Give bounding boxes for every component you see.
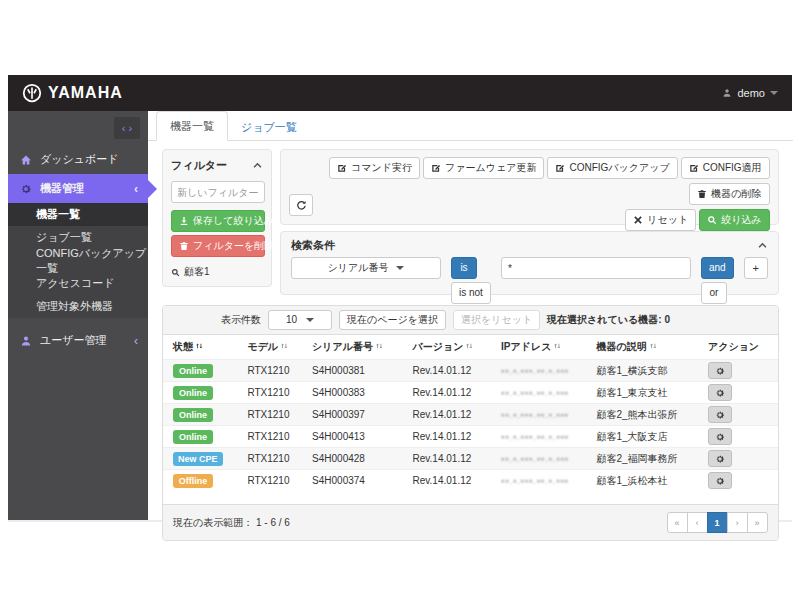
pagination-first-button[interactable]: « (667, 512, 688, 533)
sidebar-item-unmanaged-devices[interactable]: 管理対象外機器 (8, 295, 148, 318)
delete-filter-button[interactable]: フィルターを削除 (171, 235, 265, 257)
collapse-chevron-up-icon[interactable] (757, 240, 768, 251)
table-row[interactable]: Offline RTX1210 S4H000374 Rev.14.01.12 ▪… (163, 470, 778, 492)
sidebar-item-device-list[interactable]: 機器一覧 (8, 203, 148, 226)
model-cell: RTX1210 (241, 426, 306, 448)
submenu-label: 管理対象外機器 (36, 299, 113, 314)
status-badge: New CPE (173, 452, 223, 466)
column-header-description[interactable]: 機器の説明 (590, 335, 701, 360)
pagination-prev-button[interactable]: ‹ (687, 512, 708, 533)
saved-filter-label: 顧客1 (184, 265, 210, 279)
sort-icon (649, 341, 658, 353)
save-and-filter-button[interactable]: 保存して絞り込み (171, 210, 265, 232)
table-footer: 現在の表示範囲： 1 - 6 / 6 « ‹ 1 › » (163, 504, 778, 540)
firmware-update-button[interactable]: ファームウェア更新 (423, 157, 544, 179)
model-cell: RTX1210 (241, 470, 306, 492)
ip-redacted: ▪▪.▪.▪▪▪.▪▪.▪.▪▪▪ (501, 476, 569, 486)
column-header-model[interactable]: モデル (241, 335, 306, 360)
description-cell: 顧客1_大阪支店 (590, 426, 701, 448)
device-actions-button[interactable] (708, 362, 732, 379)
search-value-input[interactable] (501, 257, 691, 279)
config-apply-button[interactable]: CONFIG適用 (681, 157, 770, 179)
page-size-label: 表示件数 (221, 313, 261, 327)
top-bar: YAMAHA demo (8, 75, 792, 111)
config-backup-button[interactable]: CONFIGバックアップ (547, 157, 677, 179)
operator-is-button[interactable]: is (451, 257, 477, 279)
gear-icon (715, 476, 725, 486)
column-header-serial[interactable]: シリアル番号 (306, 335, 406, 360)
search-conditions-panel: 検索条件 シリアル番号 is (280, 231, 779, 295)
pagination-next-button[interactable]: › (727, 512, 748, 533)
device-actions-button[interactable] (708, 472, 732, 489)
search-field-select[interactable]: シリアル番号 (291, 257, 441, 279)
delete-device-button[interactable]: 機器の削除 (689, 183, 769, 205)
user-menu[interactable]: demo (722, 87, 778, 99)
refresh-button[interactable] (289, 194, 313, 216)
device-actions-button[interactable] (708, 406, 732, 423)
logic-and-button[interactable]: and (701, 257, 734, 279)
new-filter-input[interactable] (171, 181, 265, 203)
refresh-icon (296, 200, 307, 211)
selected-device-count: 現在選択されている機器: 0 (547, 313, 670, 327)
trash-icon (697, 189, 707, 199)
caret-down-icon (396, 266, 404, 270)
column-header-actions: アクション (702, 335, 778, 360)
sidebar-item-dashboard[interactable]: ダッシュボード (8, 145, 148, 174)
reset-selection-button[interactable]: 選択をリセット (453, 310, 540, 330)
run-command-button[interactable]: コマンド実行 (329, 157, 420, 179)
column-header-version[interactable]: バージョン (407, 335, 495, 360)
gear-icon (715, 410, 725, 420)
device-actions-button[interactable] (708, 450, 732, 467)
pagination-page-1-button[interactable]: 1 (707, 512, 728, 533)
button-label: リセット (647, 215, 688, 225)
add-condition-button[interactable]: + (744, 257, 768, 279)
user-name: demo (737, 87, 765, 99)
sort-icon (375, 341, 384, 353)
sort-icon (280, 341, 289, 353)
column-header-status[interactable]: 状態 (163, 335, 241, 360)
sidebar-item-user-management[interactable]: ユーザー管理 ‹ (8, 326, 148, 355)
button-label: 絞り込み (721, 215, 761, 225)
serial-cell: S4H000374 (306, 470, 406, 492)
version-cell: Rev.14.01.12 (407, 470, 495, 492)
tab-job-list[interactable]: ジョブ一覧 (228, 113, 310, 141)
tab-device-list[interactable]: 機器一覧 (156, 111, 228, 141)
column-header-ip[interactable]: IPアドレス (495, 335, 590, 360)
table-row[interactable]: Online RTX1210 S4H000381 Rev.14.01.12 ▪▪… (163, 360, 778, 382)
description-cell: 顧客1_東京支社 (590, 382, 701, 404)
serial-cell: S4H000413 (306, 426, 406, 448)
operator-is-not-button[interactable]: is not (451, 282, 491, 304)
logic-or-button[interactable]: or (701, 282, 727, 304)
select-current-page-button[interactable]: 現在のページを選択 (339, 310, 446, 330)
reset-button[interactable]: リセット (625, 209, 696, 231)
sidebar-collapse-control[interactable]: ‹ › (114, 117, 140, 139)
sidebar-item-device-management[interactable]: 機器管理 ‹ (8, 174, 148, 203)
table-row[interactable]: Online RTX1210 S4H000413 Rev.14.01.12 ▪▪… (163, 426, 778, 448)
device-actions-button[interactable] (708, 428, 732, 445)
version-cell: Rev.14.01.12 (407, 448, 495, 470)
page-size-select[interactable]: 10 (268, 310, 332, 330)
version-cell: Rev.14.01.12 (407, 382, 495, 404)
select-label: シリアル番号 (328, 263, 389, 273)
edit-square-icon (689, 163, 699, 173)
table-row[interactable]: Online RTX1210 S4H000397 Rev.14.01.12 ▪▪… (163, 404, 778, 426)
device-actions-button[interactable] (708, 384, 732, 401)
sidebar-item-config-backup-list[interactable]: CONFIGバックアップ一覧 (8, 249, 148, 272)
submenu-label: CONFIGバックアップ一覧 (36, 246, 148, 276)
version-cell: Rev.14.01.12 (407, 426, 495, 448)
brand-name: YAMAHA (48, 84, 123, 102)
collapse-chevron-up-icon[interactable] (252, 160, 263, 171)
apply-filter-button[interactable]: 絞り込み (699, 209, 769, 231)
saved-filter-item[interactable]: 顧客1 (171, 265, 263, 279)
ip-redacted: ▪▪.▪.▪▪▪.▪▪.▪.▪▪▪ (501, 432, 569, 442)
gear-icon (715, 388, 725, 398)
gears-icon (20, 183, 32, 195)
table-row[interactable]: Online RTX1210 S4H000383 Rev.14.01.12 ▪▪… (163, 382, 778, 404)
filter-panel-title: フィルター (171, 158, 227, 173)
table-row[interactable]: New CPE RTX1210 S4H000428 Rev.14.01.12 ▪… (163, 448, 778, 470)
serial-cell: S4H000428 (306, 448, 406, 470)
button-label: 機器の削除 (711, 189, 761, 199)
pagination-last-button[interactable]: » (747, 512, 768, 533)
description-cell: 顧客1_浜松本社 (590, 470, 701, 492)
description-cell: 顧客2_熊本出張所 (590, 404, 701, 426)
